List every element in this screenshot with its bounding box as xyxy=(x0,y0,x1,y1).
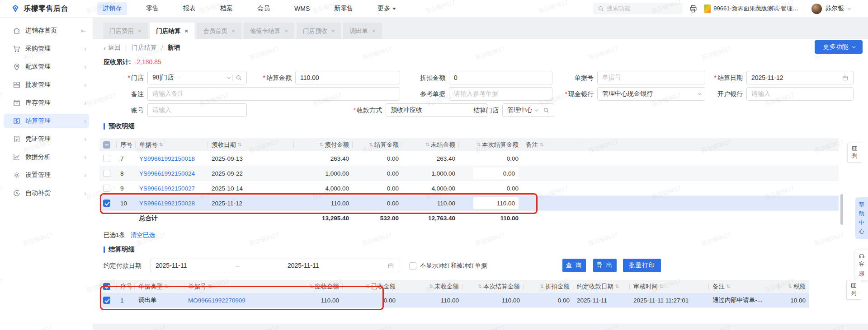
prepay-row-2[interactable]: 8YS996619921500242025-09-221,000.000.001… xyxy=(99,166,839,181)
top-menu-item-7[interactable]: 新零售 xyxy=(329,2,359,15)
sort-icon[interactable]: ⇅ xyxy=(366,284,370,289)
sidebar-item-5[interactable]: 库存管理› xyxy=(0,94,93,112)
sort-icon[interactable]: ⇅ xyxy=(539,142,543,148)
sidebar-item-4[interactable]: 批发管理› xyxy=(0,76,93,94)
column-settings-tab-settle[interactable]: 列 xyxy=(846,280,861,300)
chevron-right-icon[interactable]: › xyxy=(84,117,86,125)
sidebar-item-1[interactable]: 进销存首页⇤ xyxy=(0,22,93,40)
tab-1[interactable]: 门店费用× xyxy=(103,23,148,39)
settle-row-1[interactable]: 1调出单MO99661992270909110.000.00110.00110.… xyxy=(99,293,809,308)
sort-icon[interactable]: ⇅ xyxy=(476,142,481,148)
prepay-row-3[interactable]: 9YS996619921500272025-10-144,000.000.004… xyxy=(99,181,839,196)
query-button[interactable]: 查 询 xyxy=(562,259,586,272)
tab-2[interactable]: 门店结算× xyxy=(150,23,195,39)
column-settings-tab-prepay[interactable]: 列 xyxy=(847,143,862,163)
hide-reversed-checkbox[interactable] xyxy=(409,262,416,270)
top-menu-item-4[interactable]: 档案 xyxy=(215,2,238,15)
prepay-row-checkbox[interactable] xyxy=(103,155,110,162)
prepay-header-checkbox[interactable] xyxy=(103,141,110,149)
top-menu-item-1[interactable]: 进销存 xyxy=(97,2,127,15)
top-menu-item-3[interactable]: 报表 xyxy=(178,2,201,15)
sort-icon[interactable]: ⇅ xyxy=(319,142,323,148)
tab-close-icon[interactable]: × xyxy=(331,28,335,34)
sort-icon[interactable]: ⇅ xyxy=(615,284,619,289)
document-number-link[interactable]: YS99661992150028 xyxy=(139,200,195,207)
tab-5[interactable]: 门店预收× xyxy=(297,23,341,39)
settle-row-checkbox[interactable] xyxy=(103,297,110,304)
sidebar-item-2[interactable]: 采购管理› xyxy=(0,40,93,58)
sort-icon[interactable]: ⇅ xyxy=(237,142,241,148)
sort-icon[interactable]: ⇅ xyxy=(164,284,168,289)
sort-icon[interactable]: ⇅ xyxy=(659,284,663,289)
form-field-结算日期[interactable]: 2025-11-12 xyxy=(746,71,854,84)
chevron-right-icon[interactable]: › xyxy=(84,45,86,52)
vertical-scrollbar[interactable] xyxy=(840,194,843,225)
form-field-开户银行[interactable]: 请输入 xyxy=(746,87,854,101)
sort-icon[interactable]: ⇅ xyxy=(540,284,544,289)
chevron-right-icon[interactable]: › xyxy=(84,99,86,107)
sort-icon[interactable]: ⇅ xyxy=(369,142,373,148)
prepay-amount-input[interactable]: 110.00 xyxy=(473,197,519,209)
prepay-row-4[interactable]: 10YS996619921500282025-11-12110.000.0011… xyxy=(99,196,839,211)
sort-icon[interactable]: ⇅ xyxy=(726,284,730,289)
top-menu-item-8[interactable]: 更多 xyxy=(372,2,401,15)
prepay-row-1[interactable]: 7YS996619921500182025-09-13263.400.00263… xyxy=(99,151,839,166)
tab-close-icon[interactable]: × xyxy=(231,28,235,34)
form-field-备注[interactable]: 请输入备注 xyxy=(147,87,400,101)
export-button[interactable]: 导 出 xyxy=(593,259,617,272)
user-menu[interactable]: 苏尔银 xyxy=(811,4,850,14)
tab-6[interactable]: 调出单× xyxy=(343,23,382,39)
due-date-range-picker[interactable]: 2025-11-11 → 2025-11-11 xyxy=(151,259,399,272)
sort-icon[interactable]: ⇅ xyxy=(309,284,313,289)
sort-icon[interactable]: ⇅ xyxy=(429,284,433,289)
search-icon[interactable] xyxy=(543,107,549,113)
top-menu-item-5[interactable]: 会员 xyxy=(252,2,275,15)
more-functions-button[interactable]: 更多功能 xyxy=(815,40,863,54)
sidebar-item-10[interactable]: 自动补货› xyxy=(0,184,93,202)
document-number-link[interactable]: YS99661992150018 xyxy=(139,155,195,162)
document-number-link[interactable]: MO99661992270909 xyxy=(188,297,245,304)
settle-header-checkbox[interactable] xyxy=(103,283,110,290)
sidebar-item-3[interactable]: 配送管理› xyxy=(0,58,93,76)
chevron-right-icon[interactable]: › xyxy=(84,153,86,161)
sidebar-item-8[interactable]: 数据分析› xyxy=(0,148,93,166)
sort-icon[interactable]: ⇅ xyxy=(425,142,429,148)
tab-3[interactable]: 会员首页× xyxy=(197,23,241,39)
sort-icon[interactable]: ⇅ xyxy=(208,284,212,289)
form-field-账号[interactable]: 请输入 xyxy=(147,103,247,117)
form-field-结算门店[interactable]: 管理中心 xyxy=(502,103,554,117)
global-search-input[interactable]: 搜索功能 xyxy=(593,3,683,14)
tab-4[interactable]: 储值卡结算× xyxy=(244,23,294,39)
prepay-amount-input[interactable]: 0.00 xyxy=(473,167,519,179)
top-menu-item-6[interactable]: WMS xyxy=(289,3,315,14)
document-number-link[interactable]: YS99661992150024 xyxy=(139,170,195,177)
prepay-row-checkbox[interactable] xyxy=(103,185,110,192)
sidebar-item-9[interactable]: 设置管理› xyxy=(0,166,93,184)
tab-close-icon[interactable]: × xyxy=(185,28,189,34)
sidebar-item-7[interactable]: 凭证管理› xyxy=(0,130,93,148)
tab-close-icon[interactable]: × xyxy=(372,28,376,34)
collapse-sidebar-icon[interactable]: ⇤ xyxy=(81,27,86,34)
top-menu-item-2[interactable]: 零售 xyxy=(141,2,164,15)
sort-icon[interactable]: ⇅ xyxy=(159,142,163,148)
store-selector[interactable]: 99661-新界面果蔬版测试-管理… xyxy=(704,5,798,13)
clear-selection-link[interactable]: 清空已选 xyxy=(131,231,155,239)
hide-reversed-filter[interactable]: 不显示冲红和被冲红单据 xyxy=(409,262,487,270)
chevron-right-icon[interactable]: › xyxy=(84,172,86,179)
tab-close-icon[interactable]: × xyxy=(138,28,142,34)
chevron-right-icon[interactable]: › xyxy=(84,190,86,197)
chevron-right-icon[interactable]: › xyxy=(84,135,86,143)
back-button[interactable]: ‹返回 xyxy=(104,44,121,52)
customer-service-widget[interactable]: 客服 xyxy=(855,250,868,280)
tab-close-icon[interactable]: × xyxy=(284,28,288,34)
chevron-right-icon[interactable]: › xyxy=(84,81,86,88)
prepay-row-checkbox[interactable] xyxy=(103,200,110,207)
sort-icon[interactable]: ⇅ xyxy=(788,284,792,289)
sort-icon[interactable]: ⇅ xyxy=(478,284,482,289)
document-number-link[interactable]: YS99661992150027 xyxy=(139,185,195,192)
printer-icon[interactable] xyxy=(689,5,698,13)
sidebar-item-6[interactable]: 结算管理› xyxy=(0,112,93,130)
prepay-row-checkbox[interactable] xyxy=(103,170,110,177)
help-center-widget[interactable]: 帮助中心 xyxy=(855,197,868,239)
batch-print-button[interactable]: 批量打印 xyxy=(623,259,661,272)
